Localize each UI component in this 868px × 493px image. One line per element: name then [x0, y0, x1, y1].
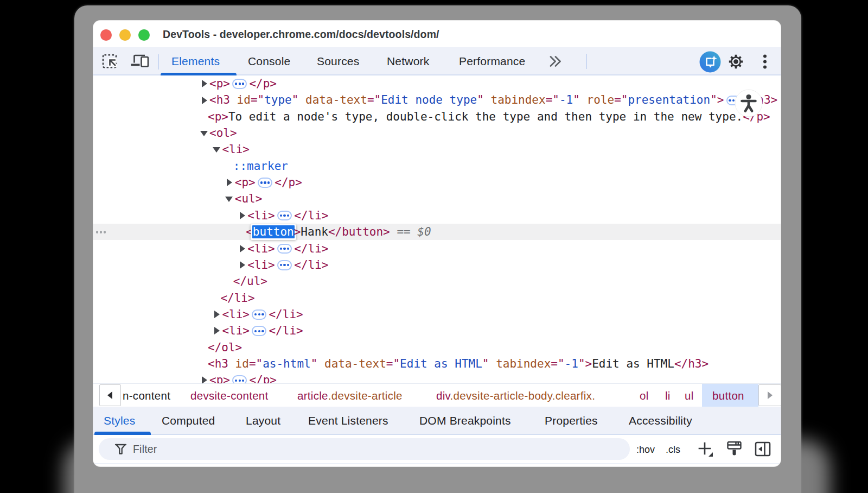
token-tag: ": [573, 93, 580, 106]
token-tag: ">: [578, 357, 592, 370]
zoom-button[interactable]: [138, 29, 150, 41]
sidebar-tab-event-listeners[interactable]: Event Listeners: [308, 407, 388, 434]
filter-input[interactable]: Filter: [99, 438, 630, 460]
crumb-devsite-content[interactable]: devsite-content: [190, 384, 269, 407]
sidebar-tab-dom-breakpoints[interactable]: DOM Breakpoints: [419, 407, 511, 434]
toggle-element-state-hov[interactable]: :hov: [636, 435, 655, 464]
rendering-brush-icon[interactable]: [727, 441, 742, 458]
crumb-ul[interactable]: ul: [685, 384, 694, 407]
token-attr: role: [587, 93, 615, 106]
expand-ellipsis-icon[interactable]: [277, 244, 292, 254]
token-tag: =": [367, 93, 381, 106]
token-val: as-html: [263, 357, 311, 370]
expand-ellipsis-icon[interactable]: [277, 260, 292, 270]
dom-node-text: <li></li>: [247, 241, 328, 257]
crumb-n-content[interactable]: n-content: [123, 384, 170, 407]
toolbar-divider: [158, 54, 159, 69]
devtools-window: DevTools - developer.chrome.com/docs/dev…: [93, 20, 781, 467]
token-tag: </ol>: [208, 341, 242, 354]
close-button[interactable]: [100, 29, 112, 41]
new-style-rule-plus-icon[interactable]: [697, 441, 717, 458]
tag-name-editor[interactable]: button: [251, 224, 296, 240]
collapse-arrow-icon[interactable]: [225, 191, 235, 207]
sidebar-tab-accessibility[interactable]: Accessibility: [629, 407, 692, 434]
sidebar-tab-properties[interactable]: Properties: [545, 407, 598, 434]
collapse-arrow-icon[interactable]: [200, 125, 210, 141]
chevron-double-right-icon[interactable]: [548, 55, 563, 68]
crumb-ol[interactable]: ol: [640, 384, 649, 407]
dom-tree-row[interactable]: <h3 id="as-html" data-text="Edit as HTML…: [93, 356, 781, 372]
expand-ellipsis-icon[interactable]: [252, 309, 266, 320]
crumb-articledevsite-article[interactable]: article.devsite-article: [297, 384, 403, 407]
expand-ellipsis-icon[interactable]: [258, 178, 272, 188]
expand-ellipsis-icon[interactable]: [277, 211, 292, 221]
dom-tree-row[interactable]: <li></li>: [93, 207, 781, 224]
token-attr: tabindex: [496, 357, 551, 370]
inspect-cursor-icon[interactable]: [102, 53, 118, 69]
dom-tree-row[interactable]: <li>: [93, 141, 781, 157]
dom-tree-row[interactable]: <li></li>: [93, 257, 781, 273]
tab-elements[interactable]: Elements: [171, 47, 220, 74]
crumb-li[interactable]: li: [665, 384, 671, 407]
dom-tree-row[interactable]: <li></li>: [93, 306, 781, 323]
tab-sources[interactable]: Sources: [317, 47, 359, 74]
breadcrumb-scroll-right-button[interactable]: [758, 384, 781, 406]
tab-console[interactable]: Console: [248, 47, 290, 74]
settings-gear-icon[interactable]: [728, 54, 744, 69]
sidebar-tab-computed[interactable]: Computed: [162, 407, 215, 434]
token-attr: data-text: [324, 357, 386, 370]
accessibility-person-icon[interactable]: [735, 89, 763, 117]
tab-performance[interactable]: Performance: [459, 47, 525, 74]
token-tag: </p>: [275, 176, 302, 189]
sidebar-tab-layout[interactable]: Layout: [246, 407, 280, 434]
dom-tree-row[interactable]: ::marker: [93, 158, 781, 174]
dom-tree-row[interactable]: <h3 id="type" data-text="Edit node type"…: [93, 92, 781, 108]
tab-network[interactable]: Network: [387, 47, 429, 74]
expand-arrow-icon[interactable]: [225, 174, 235, 191]
expand-arrow-icon[interactable]: [200, 75, 210, 92]
dom-tree-row[interactable]: <li></li>: [93, 323, 781, 339]
dom-tree-row[interactable]: <li></li>: [93, 241, 781, 257]
expand-ellipsis-icon[interactable]: [232, 79, 247, 89]
token-val: Edit node type: [381, 93, 477, 106]
token-tag: <p>: [208, 110, 228, 123]
dom-tree-row[interactable]: <p></p>: [93, 174, 781, 191]
sidebar-tab-styles[interactable]: Styles: [104, 407, 135, 434]
collapse-arrow-icon[interactable]: [213, 141, 222, 157]
device-toolbar-icon[interactable]: [130, 53, 150, 69]
expand-ellipsis-icon[interactable]: [232, 375, 247, 383]
expand-arrow-icon[interactable]: [200, 92, 210, 108]
dom-tree-row[interactable]: <p></p>: [93, 75, 781, 92]
dom-tree-row[interactable]: </ol>: [93, 339, 781, 356]
toggle-element-classes-cls[interactable]: .cls: [666, 435, 680, 464]
minimize-button[interactable]: [119, 29, 131, 41]
crumb-divdevsite-article-bodyclearfix[interactable]: div.devsite-article-body.clearfix.: [436, 384, 595, 407]
dom-tree-row[interactable]: <p>To edit a node's type, double-click t…: [93, 109, 781, 125]
kebab-menu-icon[interactable]: [762, 54, 768, 69]
token-mark: ::marker: [233, 160, 288, 173]
crumb-part: button: [712, 389, 744, 402]
dom-tree-row[interactable]: <ol>: [93, 125, 781, 141]
dom-tree-row[interactable]: <ul>: [93, 191, 781, 207]
row-overflow-dots-icon[interactable]: [96, 231, 106, 233]
crumb-button[interactable]: button: [712, 384, 744, 407]
dom-node-text: <p>To edit a node's type, double-click t…: [208, 109, 770, 125]
ai-assistance-icon[interactable]: [699, 51, 721, 73]
dom-tree-row[interactable]: </li>: [93, 290, 781, 306]
breadcrumb-scroll-left-button[interactable]: [99, 384, 121, 406]
crumb-part: ol: [640, 389, 649, 402]
toggle-sidebar-icon[interactable]: [755, 441, 771, 457]
expand-arrow-icon[interactable]: [213, 306, 222, 323]
dom-tree-row[interactable]: <p></p>: [93, 372, 781, 383]
expand-arrow-icon[interactable]: [238, 257, 248, 273]
expand-arrow-icon[interactable]: [213, 323, 222, 339]
token-txt: [484, 93, 491, 106]
expand-arrow-icon[interactable]: [238, 241, 248, 257]
dom-tree-row[interactable]: </ul>: [93, 273, 781, 289]
dom-node-text: ::marker: [233, 158, 288, 174]
dom-tree-row[interactable]: <button>Hank</button> == $0: [93, 224, 781, 240]
expand-arrow-icon[interactable]: [238, 207, 248, 224]
token-val: type: [264, 93, 292, 106]
expand-ellipsis-icon[interactable]: [252, 326, 266, 336]
expand-arrow-icon[interactable]: [200, 372, 210, 383]
